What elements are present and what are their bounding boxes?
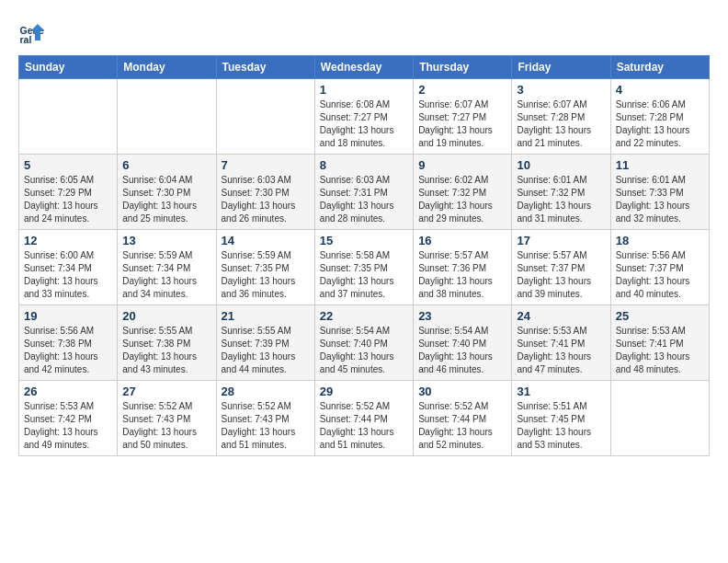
weekday-header-sunday: Sunday [19,56,118,79]
day-info: Sunrise: 6:03 AM Sunset: 7:30 PM Dayligh… [222,174,310,225]
day-info: Sunrise: 6:06 AM Sunset: 7:28 PM Dayligh… [616,98,704,150]
day-info: Sunrise: 6:03 AM Sunset: 7:31 PM Dayligh… [320,174,408,225]
calendar-cell: 4Sunrise: 6:06 AM Sunset: 7:28 PM Daylig… [610,79,709,155]
calendar-week-2: 5Sunrise: 6:05 AM Sunset: 7:29 PM Daylig… [19,155,710,230]
day-number: 4 [616,83,704,97]
day-info: Sunrise: 5:56 AM Sunset: 7:37 PM Dayligh… [616,249,704,301]
calendar-week-1: 1Sunrise: 6:08 AM Sunset: 7:27 PM Daylig… [19,79,710,155]
day-info: Sunrise: 6:07 AM Sunset: 7:28 PM Dayligh… [517,98,605,150]
day-info: Sunrise: 5:54 AM Sunset: 7:40 PM Dayligh… [418,325,506,376]
calendar-week-5: 26Sunrise: 5:53 AM Sunset: 7:42 PM Dayli… [19,381,710,456]
day-info: Sunrise: 5:52 AM Sunset: 7:43 PM Dayligh… [222,400,310,452]
logo-icon: Gene ral [18,18,46,46]
day-number: 14 [222,234,310,247]
day-info: Sunrise: 6:04 AM Sunset: 7:30 PM Dayligh… [122,174,210,225]
calendar-cell: 3Sunrise: 6:07 AM Sunset: 7:28 PM Daylig… [512,79,610,155]
day-number: 19 [24,309,112,323]
weekday-header-saturday: Saturday [610,56,709,79]
day-number: 31 [517,385,605,398]
day-info: Sunrise: 5:56 AM Sunset: 7:38 PM Dayligh… [24,325,112,376]
calendar-table: SundayMondayTuesdayWednesdayThursdayFrid… [18,55,710,456]
day-number: 25 [616,309,704,323]
day-info: Sunrise: 5:59 AM Sunset: 7:35 PM Dayligh… [222,249,310,301]
calendar-cell: 5Sunrise: 6:05 AM Sunset: 7:29 PM Daylig… [19,155,118,230]
calendar-cell: 1Sunrise: 6:08 AM Sunset: 7:27 PM Daylig… [314,79,413,155]
day-info: Sunrise: 6:01 AM Sunset: 7:32 PM Dayligh… [517,174,605,225]
calendar-cell: 13Sunrise: 5:59 AM Sunset: 7:34 PM Dayli… [118,230,216,305]
calendar-cell: 7Sunrise: 6:03 AM Sunset: 7:30 PM Daylig… [216,155,314,230]
day-number: 8 [320,158,408,172]
day-number: 17 [517,234,605,247]
day-info: Sunrise: 6:02 AM Sunset: 7:32 PM Dayligh… [418,174,506,225]
weekday-header-wednesday: Wednesday [314,56,413,79]
day-info: Sunrise: 6:01 AM Sunset: 7:33 PM Dayligh… [616,174,704,225]
day-number: 28 [222,385,310,398]
day-info: Sunrise: 5:54 AM Sunset: 7:40 PM Dayligh… [320,325,408,376]
calendar-cell: 8Sunrise: 6:03 AM Sunset: 7:31 PM Daylig… [314,155,413,230]
day-number: 9 [418,158,506,172]
calendar-cell: 26Sunrise: 5:53 AM Sunset: 7:42 PM Dayli… [19,381,118,456]
calendar-cell: 6Sunrise: 6:04 AM Sunset: 7:30 PM Daylig… [118,155,216,230]
day-number: 7 [222,158,310,172]
logo: Gene ral [18,18,50,46]
day-number: 12 [24,234,112,247]
day-number: 13 [122,234,210,247]
svg-text:ral: ral [20,34,32,45]
calendar-cell: 23Sunrise: 5:54 AM Sunset: 7:40 PM Dayli… [414,305,512,381]
day-info: Sunrise: 5:53 AM Sunset: 7:41 PM Dayligh… [616,325,704,376]
day-number: 23 [418,309,506,323]
page-header: Gene ral [18,18,710,46]
day-info: Sunrise: 5:55 AM Sunset: 7:39 PM Dayligh… [222,325,310,376]
day-info: Sunrise: 5:58 AM Sunset: 7:35 PM Dayligh… [320,249,408,301]
calendar-cell [610,381,709,456]
calendar-cell: 31Sunrise: 5:51 AM Sunset: 7:45 PM Dayli… [512,381,610,456]
calendar-cell: 21Sunrise: 5:55 AM Sunset: 7:39 PM Dayli… [216,305,314,381]
calendar-cell: 12Sunrise: 6:00 AM Sunset: 7:34 PM Dayli… [19,230,118,305]
calendar-cell: 18Sunrise: 5:56 AM Sunset: 7:37 PM Dayli… [610,230,709,305]
day-info: Sunrise: 6:05 AM Sunset: 7:29 PM Dayligh… [24,174,112,225]
day-info: Sunrise: 5:57 AM Sunset: 7:36 PM Dayligh… [418,249,506,301]
weekday-header-thursday: Thursday [414,56,512,79]
calendar-week-3: 12Sunrise: 6:00 AM Sunset: 7:34 PM Dayli… [19,230,710,305]
day-number: 30 [418,385,506,398]
day-number: 21 [222,309,310,323]
day-info: Sunrise: 5:55 AM Sunset: 7:38 PM Dayligh… [122,325,210,376]
day-number: 26 [24,385,112,398]
calendar-cell [118,79,216,155]
day-number: 11 [616,158,704,172]
day-number: 2 [418,83,506,97]
calendar-cell: 27Sunrise: 5:52 AM Sunset: 7:43 PM Dayli… [118,381,216,456]
day-number: 6 [122,158,210,172]
day-info: Sunrise: 5:52 AM Sunset: 7:44 PM Dayligh… [418,400,506,452]
day-number: 29 [320,385,408,398]
day-info: Sunrise: 6:08 AM Sunset: 7:27 PM Dayligh… [320,98,408,150]
calendar-cell: 10Sunrise: 6:01 AM Sunset: 7:32 PM Dayli… [512,155,610,230]
calendar-cell [216,79,314,155]
calendar-cell: 20Sunrise: 5:55 AM Sunset: 7:38 PM Dayli… [118,305,216,381]
calendar-cell: 9Sunrise: 6:02 AM Sunset: 7:32 PM Daylig… [414,155,512,230]
calendar-cell [19,79,118,155]
calendar-cell: 22Sunrise: 5:54 AM Sunset: 7:40 PM Dayli… [314,305,413,381]
day-number: 27 [122,385,210,398]
weekday-header-friday: Friday [512,56,610,79]
day-number: 24 [517,309,605,323]
day-number: 1 [320,83,408,97]
day-number: 15 [320,234,408,247]
calendar-cell: 25Sunrise: 5:53 AM Sunset: 7:41 PM Dayli… [610,305,709,381]
day-number: 10 [517,158,605,172]
weekday-header-monday: Monday [118,56,216,79]
calendar-cell: 28Sunrise: 5:52 AM Sunset: 7:43 PM Dayli… [216,381,314,456]
calendar-cell: 19Sunrise: 5:56 AM Sunset: 7:38 PM Dayli… [19,305,118,381]
day-number: 5 [24,158,112,172]
day-number: 3 [517,83,605,97]
calendar-cell: 2Sunrise: 6:07 AM Sunset: 7:27 PM Daylig… [414,79,512,155]
weekday-header-tuesday: Tuesday [216,56,314,79]
calendar-cell: 11Sunrise: 6:01 AM Sunset: 7:33 PM Dayli… [610,155,709,230]
day-number: 20 [122,309,210,323]
day-number: 18 [616,234,704,247]
day-number: 22 [320,309,408,323]
calendar-cell: 30Sunrise: 5:52 AM Sunset: 7:44 PM Dayli… [414,381,512,456]
day-info: Sunrise: 5:52 AM Sunset: 7:43 PM Dayligh… [122,400,210,452]
day-info: Sunrise: 5:59 AM Sunset: 7:34 PM Dayligh… [122,249,210,301]
day-info: Sunrise: 6:07 AM Sunset: 7:27 PM Dayligh… [418,98,506,150]
